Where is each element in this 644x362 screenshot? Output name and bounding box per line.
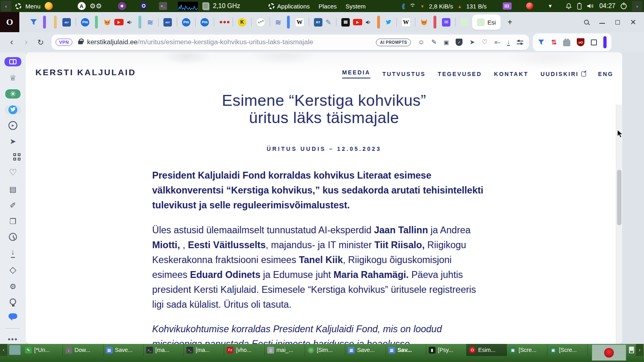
taskbar-window-button[interactable]: ▦Save... [345, 344, 386, 356]
delfi-tab-icon[interactable] [217, 15, 229, 29]
secure-lock-icon[interactable] [78, 41, 83, 44]
cpu-history-graph[interactable] [178, 1, 198, 11]
downloads-icon[interactable]: ↓ [507, 39, 510, 46]
taskbar-opera-preview[interactable] [592, 344, 626, 361]
taskbar-window-button[interactable]: >_[ma... [184, 344, 224, 356]
taskbar-window-button[interactable]: ▣[Scre... [507, 344, 547, 356]
sidebar-tabs-icon[interactable]: ❐ [5, 217, 21, 226]
workspace-applet-icon[interactable] [629, 346, 634, 354]
page-settings-icon[interactable] [517, 40, 523, 45]
wifi-icon[interactable] [409, 4, 416, 9]
pinboard-share-icon[interactable]: ✎ [431, 39, 437, 45]
send-to-device-icon[interactable]: ➤ [469, 39, 475, 45]
settings-gears-icon[interactable]: ⚙⚙ [90, 2, 102, 10]
sidebar-chatgpt-icon[interactable]: ✳ [5, 89, 21, 99]
twitter-tab-icon[interactable] [384, 15, 393, 29]
sidebar-settings-icon[interactable]: ⚙ [5, 282, 21, 291]
sidebar-news-icon[interactable]: ▤ [5, 185, 21, 194]
address-bar[interactable]: VPN kerstikaljulaid.ee/m/uritus/esimene-… [52, 35, 529, 50]
wikipedia-tab-icon[interactable]: W [400, 15, 412, 29]
scrollbar-thumb[interactable] [617, 170, 621, 225]
page-scrollbar[interactable]: ▼ [616, 105, 622, 344]
k-tab-icon[interactable]: K [236, 15, 248, 29]
reaction-smiley-icon[interactable]: ☺ [418, 39, 424, 45]
sidebar-easy-setup-icon[interactable] [5, 298, 21, 306]
nav-eng[interactable]: ENG [598, 71, 613, 77]
taskbar-window-button[interactable]: [Sim... [305, 344, 345, 356]
bell-icon[interactable] [566, 3, 572, 10]
cube-extension-icon[interactable] [591, 39, 597, 45]
maximize-button[interactable] [615, 20, 620, 25]
audio-applet-icon[interactable] [503, 2, 512, 10]
sidebar-chat-icon[interactable] [5, 312, 21, 320]
power-icon[interactable] [621, 3, 627, 9]
postimees-tab-icon[interactable]: Pm [199, 15, 211, 29]
protonmail-tab-icon[interactable]: ✉ [440, 15, 452, 29]
wikipedia-tab-icon[interactable]: W [294, 15, 305, 29]
taskbar-collapse-button[interactable]: ‹ [0, 344, 7, 356]
sidebar-downloads-icon[interactable]: ↓ [5, 248, 21, 258]
waves-tab-icon[interactable]: ≋ [273, 15, 283, 29]
fox-tab-icon[interactable] [419, 15, 429, 29]
opera-menu-button[interactable]: O [0, 12, 19, 32]
tab-group-bar[interactable] [54, 16, 57, 29]
taskbar-window-button[interactable]: OEsim... [466, 344, 507, 356]
opera-launcher-icon[interactable]: O [140, 2, 148, 10]
sidebar-speed-dial-icon[interactable] [5, 153, 21, 160]
terminal-launcher-icon[interactable]: >_ [159, 2, 167, 10]
recording-indicator-icon[interactable] [526, 2, 533, 10]
taskbar-window-button[interactable]: ▦Save... [103, 344, 144, 356]
sidebar-bookmarks-icon[interactable] [4, 57, 21, 66]
waves-tab-icon[interactable]: ≋ [145, 15, 155, 29]
vpn-badge[interactable]: VPN [56, 39, 72, 46]
tab-group-bar[interactable] [433, 16, 436, 29]
sidebar-extensions-icon[interactable]: ◇ [5, 265, 21, 275]
volume-icon[interactable] [587, 3, 594, 9]
taskbar-window-button[interactable]: ▮[Psy... [426, 344, 466, 356]
postimees-tab-icon[interactable]: Pm [79, 15, 91, 29]
taskbar-expand-button[interactable]: › [636, 344, 643, 356]
battery-icon[interactable] [577, 2, 582, 10]
system-menu[interactable]: System [346, 3, 366, 10]
youtube-tab-icon[interactable]: ▶ [351, 15, 364, 29]
tab-search-icon[interactable] [584, 20, 589, 25]
nav-tegevused[interactable]: TEGEVUSED [438, 71, 482, 77]
taskbar-window-button[interactable]: >_[ma... [144, 344, 184, 356]
nav-meedia[interactable]: MEEDIA [342, 69, 370, 78]
tab-group-bar[interactable] [138, 16, 141, 29]
panel-collapse-right-button[interactable]: › [632, 1, 642, 11]
sidebar-toggle-bar[interactable] [603, 36, 607, 48]
adblock-shield-icon[interactable]: ✓ [456, 39, 462, 46]
sidebar-twitter-icon[interactable] [5, 105, 21, 114]
ublock-origin-icon[interactable]: uO [577, 38, 584, 46]
sidebar-video-popout-icon[interactable]: ▸ [5, 121, 21, 130]
pen-tab-icon[interactable]: ✎ [324, 15, 333, 29]
sidebar-my-flow-icon[interactable]: ➤ [5, 137, 21, 146]
taskbar-window-button[interactable]: ↓Dow... [63, 344, 103, 356]
notification-tray-toggle-icon[interactable]: ▼ [548, 3, 553, 9]
firefox-launcher-icon[interactable] [45, 2, 53, 10]
fox-tab-icon[interactable] [102, 15, 113, 29]
minimize-button[interactable] [599, 21, 605, 24]
err-tab-icon[interactable]: err [162, 15, 173, 29]
tab-group-bar[interactable] [287, 16, 290, 29]
vpn-funnel-tab-icon[interactable] [28, 15, 39, 29]
clock[interactable]: 04:27 [599, 2, 615, 10]
new-tab-button[interactable]: + [504, 16, 516, 28]
reading-list-icon[interactable]: ≡– [494, 40, 500, 45]
sidebar-history-icon[interactable] [5, 233, 21, 241]
youtube-tab-icon[interactable]: ▶ [113, 15, 125, 29]
nav-tutvustus[interactable]: TUTVUSTUS [382, 71, 425, 77]
applications-menu[interactable]: Applications [268, 3, 310, 10]
postimees-tab-icon[interactable]: Pm [180, 15, 192, 29]
updown-extension-icon[interactable]: ⇅ [551, 38, 557, 47]
rt-tab-icon[interactable]: RT [312, 15, 324, 29]
reload-button[interactable]: ↻ [35, 36, 47, 48]
filter-extension-icon[interactable] [538, 39, 545, 46]
sidebar-more[interactable]: ••• [8, 335, 18, 344]
nav-kontakt[interactable]: KONTAKT [494, 71, 528, 77]
search-tool-icon[interactable]: A [78, 2, 86, 10]
snapshot-camera-icon[interactable]: ▣ [444, 39, 449, 45]
site-logo[interactable]: KERSTI KALJULAID [35, 68, 136, 77]
ai-prompts-button[interactable]: AI PROMPTS [376, 39, 411, 46]
